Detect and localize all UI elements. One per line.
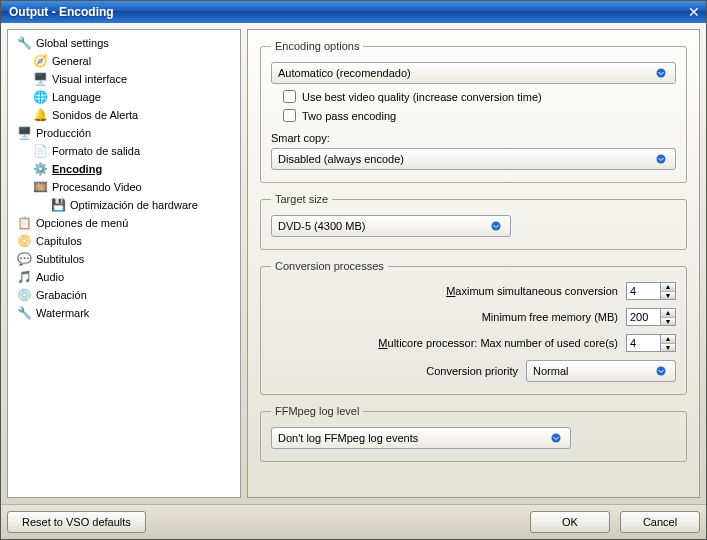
encoding-mode-value: Automatico (recomendado) (278, 67, 411, 79)
sidebar-item-label: Encoding (52, 163, 102, 175)
min-mem-row: Minimum free memory (MB) ▲ ▼ (271, 308, 676, 326)
target-size-combo[interactable]: DVD-5 (4300 MB) (271, 215, 511, 237)
sidebar-item-subtitulos[interactable]: 💬Subtitulos (10, 250, 238, 268)
sidebar-item-general[interactable]: 🧭General (10, 52, 238, 70)
tree-icon: 📀 (16, 233, 32, 249)
sidebar-item-label: Procesando Video (52, 181, 142, 193)
sidebar-item-label: Audio (36, 271, 64, 283)
spin-up-icon[interactable]: ▲ (661, 283, 675, 292)
sidebar-tree[interactable]: 🔧Global settings🧭General🖥️Visual interfa… (7, 29, 241, 498)
two-pass-checkbox-row[interactable]: Two pass encoding (283, 109, 676, 122)
sidebar-item-grabaci-n[interactable]: 💿Grabación (10, 286, 238, 304)
sidebar-item-label: Global settings (36, 37, 109, 49)
sidebar-item-language[interactable]: 🌐Language (10, 88, 238, 106)
target-size-value: DVD-5 (4300 MB) (278, 220, 365, 232)
tree-icon: 💿 (16, 287, 32, 303)
encoding-options-group: Encoding options Automatico (recomendado… (260, 40, 687, 183)
sidebar-item-label: Visual interface (52, 73, 127, 85)
procs-legend: Conversion processes (271, 260, 388, 272)
encoding-mode-combo[interactable]: Automatico (recomendado) (271, 62, 676, 84)
titlebar: Output - Encoding ✕ (1, 1, 706, 23)
window-body: 🔧Global settings🧭General🖥️Visual interfa… (1, 23, 706, 504)
tree-icon: 💬 (16, 251, 32, 267)
tree-icon: 📄 (32, 143, 48, 159)
sidebar-item-optimizaci-n-de-hardware[interactable]: 💾Optimización de hardware (10, 196, 238, 214)
footer: Reset to VSO defaults OK Cancel (1, 504, 706, 539)
smartcopy-combo[interactable]: Disabled (always encode) (271, 148, 676, 170)
sidebar-item-label: Capitulos (36, 235, 82, 247)
smartcopy-label: Smart copy: (271, 132, 676, 144)
chevron-down-icon (488, 219, 504, 233)
best-quality-label: Use best video quality (increase convers… (302, 91, 542, 103)
sidebar-item-sonidos-de-alerta[interactable]: 🔔Sonidos de Alerta (10, 106, 238, 124)
sidebar-item-capitulos[interactable]: 📀Capitulos (10, 232, 238, 250)
ffmpeg-log-combo[interactable]: Don't log FFMpeg log events (271, 427, 571, 449)
cores-spin[interactable]: ▲ ▼ (626, 334, 676, 352)
sidebar-item-procesando-video[interactable]: 🎞️Procesando Video (10, 178, 238, 196)
sidebar-item-watermark[interactable]: 🔧Watermark (10, 304, 238, 322)
two-pass-checkbox[interactable] (283, 109, 296, 122)
target-legend: Target size (271, 193, 332, 205)
min-mem-spin[interactable]: ▲ ▼ (626, 308, 676, 326)
close-icon[interactable]: ✕ (688, 4, 700, 20)
sidebar-item-producci-n[interactable]: 🖥️Producción (10, 124, 238, 142)
best-quality-checkbox-row[interactable]: Use best video quality (increase convers… (283, 90, 676, 103)
reset-defaults-button[interactable]: Reset to VSO defaults (7, 511, 146, 533)
spin-down-icon[interactable]: ▼ (661, 318, 675, 326)
svg-point-1 (657, 155, 666, 164)
spin-down-icon[interactable]: ▼ (661, 344, 675, 352)
sidebar-item-label: Optimización de hardware (70, 199, 198, 211)
spin-buttons[interactable]: ▲ ▼ (660, 308, 676, 326)
min-mem-input[interactable] (626, 308, 660, 326)
tree-icon: 🎞️ (32, 179, 48, 195)
sidebar-item-audio[interactable]: 🎵Audio (10, 268, 238, 286)
spin-buttons[interactable]: ▲ ▼ (660, 334, 676, 352)
sidebar-item-label: Producción (36, 127, 91, 139)
cores-input[interactable] (626, 334, 660, 352)
max-conv-spin[interactable]: ▲ ▼ (626, 282, 676, 300)
two-pass-label: Two pass encoding (302, 110, 396, 122)
chevron-down-icon (548, 431, 564, 445)
conversion-processes-group: Conversion processes Maximum simultaneou… (260, 260, 687, 395)
tree-icon: 🔧 (16, 305, 32, 321)
sidebar-item-opciones-de-men-[interactable]: 📋Opciones de menú (10, 214, 238, 232)
ffmpeg-log-group: FFMpeg log level Don't log FFMpeg log ev… (260, 405, 687, 462)
encoding-legend: Encoding options (271, 40, 363, 52)
cores-label: Multicore processor: Max number of used … (378, 337, 618, 349)
max-conv-input[interactable] (626, 282, 660, 300)
tree-icon: 🖥️ (16, 125, 32, 141)
sidebar-item-label: General (52, 55, 91, 67)
tree-icon: ⚙️ (32, 161, 48, 177)
sidebar-item-global-settings[interactable]: 🔧Global settings (10, 34, 238, 52)
cores-row: Multicore processor: Max number of used … (271, 334, 676, 352)
spin-buttons[interactable]: ▲ ▼ (660, 282, 676, 300)
smartcopy-value: Disabled (always encode) (278, 153, 404, 165)
tree-icon: 🧭 (32, 53, 48, 69)
tree-icon: 🔧 (16, 35, 32, 51)
spin-down-icon[interactable]: ▼ (661, 292, 675, 300)
sidebar-item-encoding[interactable]: ⚙️Encoding (10, 160, 238, 178)
svg-point-4 (552, 434, 561, 443)
chevron-down-icon (653, 66, 669, 80)
sidebar-item-formato-de-salida[interactable]: 📄Formato de salida (10, 142, 238, 160)
priority-combo[interactable]: Normal (526, 360, 676, 382)
spin-up-icon[interactable]: ▲ (661, 309, 675, 318)
spin-up-icon[interactable]: ▲ (661, 335, 675, 344)
settings-window: Output - Encoding ✕ 🔧Global settings🧭Gen… (0, 0, 707, 540)
priority-value: Normal (533, 365, 568, 377)
chevron-down-icon (653, 364, 669, 378)
sidebar-item-label: Watermark (36, 307, 89, 319)
sidebar-item-visual-interface[interactable]: 🖥️Visual interface (10, 70, 238, 88)
min-mem-label: Minimum free memory (MB) (482, 311, 618, 323)
sidebar-item-label: Language (52, 91, 101, 103)
tree-icon: 🖥️ (32, 71, 48, 87)
ok-button[interactable]: OK (530, 511, 610, 533)
best-quality-checkbox[interactable] (283, 90, 296, 103)
max-conv-label: Maximum simultaneous conversion (446, 285, 618, 297)
priority-label: Conversion priority (426, 365, 518, 377)
svg-point-3 (657, 367, 666, 376)
cancel-button[interactable]: Cancel (620, 511, 700, 533)
sidebar-item-label: Formato de salida (52, 145, 140, 157)
sidebar-item-label: Sonidos de Alerta (52, 109, 138, 121)
ffmpeg-legend: FFMpeg log level (271, 405, 363, 417)
